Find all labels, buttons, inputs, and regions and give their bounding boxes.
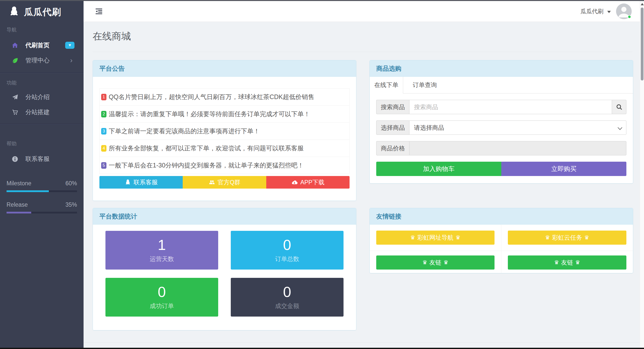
announcement-item: 4 所有业务全部恢复，都可以正常下单，欢迎尝试，有问题可以联系客服: [100, 140, 349, 157]
search-product-label: 搜索商品: [376, 100, 409, 114]
topbar: 瓜瓜代刷: [84, 1, 640, 22]
user-menu[interactable]: 瓜瓜代刷: [580, 1, 632, 22]
users-icon: [209, 179, 215, 186]
scrollbar-thumb[interactable]: [641, 8, 643, 80]
stat-value: 0: [283, 284, 291, 300]
sidebar-item-contact-support[interactable]: 联系客服: [0, 151, 84, 166]
progress-bar-milestone: [7, 190, 77, 192]
sidebar-item-label: 联系客服: [25, 155, 50, 163]
paper-plane-icon: [11, 94, 18, 101]
crown-icon: ♛: [545, 235, 550, 240]
announcement-text: 一般下单后会在1-30分钟内提交到服务器，就让单子来的更猛烈些吧！: [109, 161, 304, 169]
stat-card-total-orders: 0 订单总数: [231, 231, 344, 270]
shop-panel-title: 商品选购: [370, 60, 633, 77]
shop-tabs: 在线下单 订单查询: [370, 77, 633, 94]
info-icon: [11, 155, 18, 162]
stat-value: 0: [283, 237, 291, 253]
product-select[interactable]: 请选择商品: [409, 120, 626, 135]
sidebar-divider: [0, 72, 84, 73]
brand-logo[interactable]: 瓜瓜代刷: [8, 5, 61, 19]
button-label: 联系客服: [134, 178, 158, 186]
friend-links-panel-title: 友情链接: [370, 208, 633, 225]
sidebar-item-admin-center[interactable]: 管理中心 ›: [0, 53, 84, 68]
scroll-up-arrow-icon[interactable]: [641, 3, 644, 5]
tab-online-order[interactable]: 在线下单: [370, 77, 403, 93]
sidebar-section-func: 功能: [7, 79, 17, 86]
crown-icon: ♛: [584, 235, 589, 240]
sidebar: 瓜瓜代刷 导航 代刷首页 ♥ 管理中心 › 功能 分站介绍: [0, 1, 84, 348]
sidebar-item-home[interactable]: 代刷首页 ♥: [0, 38, 84, 53]
friend-link-youlian-2[interactable]: ♛ 友链 ♛: [508, 255, 626, 270]
sidebar-item-label: 分站搭建: [25, 108, 50, 116]
stat-label: 成功订单: [150, 302, 174, 310]
search-button[interactable]: [612, 100, 626, 114]
stat-value: 0: [158, 284, 166, 300]
progress-label: Release: [7, 201, 28, 208]
sidebar-item-label: 管理中心: [25, 56, 50, 64]
product-price-value: [409, 141, 626, 155]
cart-icon: [11, 109, 18, 116]
heart-badge: ♥: [65, 42, 74, 49]
chevron-down-icon: [618, 125, 622, 130]
friend-links-grid: ♛ 彩虹网址导航 ♛ ♛ 彩虹云任务 ♛: [370, 225, 633, 273]
sidebar-item-label: 代刷首页: [25, 41, 50, 49]
announcement-buttons: 联系客服 官方Q群 APP下载: [99, 176, 350, 189]
progress-bar-release: [7, 212, 77, 213]
progress-fill: [7, 190, 49, 192]
brand-name: 瓜瓜代刷: [24, 6, 61, 18]
online-status-dot: [628, 15, 631, 19]
sidebar-item-site-intro[interactable]: 分站介绍: [0, 90, 84, 105]
friend-links-panel: 友情链接 ♛ 彩虹网址导航 ♛ ♛ 彩虹云任务: [369, 208, 633, 273]
select-product-label: 选择商品: [376, 120, 409, 135]
announcement-text: 温馨提示：请勿重复下单哦！必须要等待前面任务订单完成才可以下单！: [109, 110, 310, 118]
stats-panel: 平台数据统计 1 运营天数 0 订单总数 0 成功订单: [93, 208, 356, 330]
sidebar-item-site-build[interactable]: 分站搭建: [0, 105, 84, 120]
avatar[interactable]: [616, 4, 632, 19]
announcement-item: 3 下单之前请一定要看完该商品的注意事项再进行下单！: [100, 123, 349, 140]
shop-panel: 商品选购 在线下单 订单查询 搜索商品: [369, 60, 633, 184]
friend-link-rainbow-cloud-task[interactable]: ♛ 彩虹云任务 ♛: [508, 231, 626, 245]
sidebar-collapse-icon[interactable]: [96, 9, 102, 15]
announcements-panel-title: 平台公告: [93, 60, 356, 77]
friend-link-label: 彩虹网址导航: [417, 234, 453, 242]
search-product-row: 搜索商品: [376, 100, 626, 114]
tab-order-query[interactable]: 订单查询: [408, 77, 441, 93]
progress-percent: 60%: [65, 180, 77, 187]
purchase-buttons: 加入购物车 立即购买: [376, 162, 626, 176]
announcements-body: 1 QQ名片赞日刷上万，超快空间人气日刷百万，球球冰红茶CDK超低价销售 2 温…: [93, 77, 356, 201]
product-price-label: 商品价格: [376, 141, 409, 155]
announcement-text: 所有业务全部恢复，都可以正常下单，欢迎尝试，有问题可以联系客服: [109, 144, 304, 152]
progress-milestone: Milestone 60%: [7, 180, 77, 187]
announcement-number-badge: 3: [101, 128, 106, 135]
friend-link-cell: ♛ 友链 ♛: [501, 251, 633, 273]
app-download-button[interactable]: APP下载: [266, 176, 350, 189]
button-label: 官方Q群: [218, 178, 241, 186]
friend-link-cell: ♛ 彩虹云任务 ♛: [501, 225, 633, 251]
stat-card-successful-orders: 0 成功订单: [105, 278, 218, 317]
home-icon: [11, 42, 18, 49]
friend-link-rainbow-nav[interactable]: ♛ 彩虹网址导航 ♛: [376, 231, 495, 245]
announcement-item: 2 温馨提示：请勿重复下单哦！必须要等待前面任务订单完成才可以下单！: [100, 106, 349, 123]
user-menu-label: 瓜瓜代刷: [580, 8, 603, 15]
qq-icon: [125, 179, 131, 186]
buy-now-button[interactable]: 立即购买: [501, 162, 626, 176]
crown-icon: ♛: [456, 235, 461, 240]
caret-down-icon: [607, 11, 611, 13]
contact-support-button[interactable]: 联系客服: [99, 176, 183, 189]
friend-link-cell: ♛ 友链 ♛: [370, 251, 501, 273]
progress-release: Release 35%: [7, 201, 77, 208]
stats-grid: 1 运营天数 0 订单总数 0 成功订单 0 成: [93, 225, 356, 330]
announcement-number-badge: 1: [101, 94, 106, 100]
main-content: 在线商城 平台公告 1 QQ名片赞日刷上万，超快空间人气日刷百万，球球冰红茶CD…: [84, 22, 640, 348]
page-title: 在线商城: [93, 30, 632, 43]
select-product-row: 选择商品 请选择商品: [376, 120, 626, 135]
scrollbar[interactable]: [640, 1, 644, 348]
page: 瓜瓜代刷 导航 代刷首页 ♥ 管理中心 › 功能 分站介绍: [0, 0, 644, 349]
leaf-icon: [11, 57, 18, 64]
search-product-input[interactable]: [409, 100, 612, 114]
friend-link-youlian-1[interactable]: ♛ 友链 ♛: [376, 255, 495, 270]
official-q-group-button[interactable]: 官方Q群: [183, 176, 266, 189]
announcement-number-badge: 5: [101, 162, 106, 169]
announcement-number-badge: 2: [101, 111, 106, 117]
add-to-cart-button[interactable]: 加入购物车: [376, 162, 501, 176]
